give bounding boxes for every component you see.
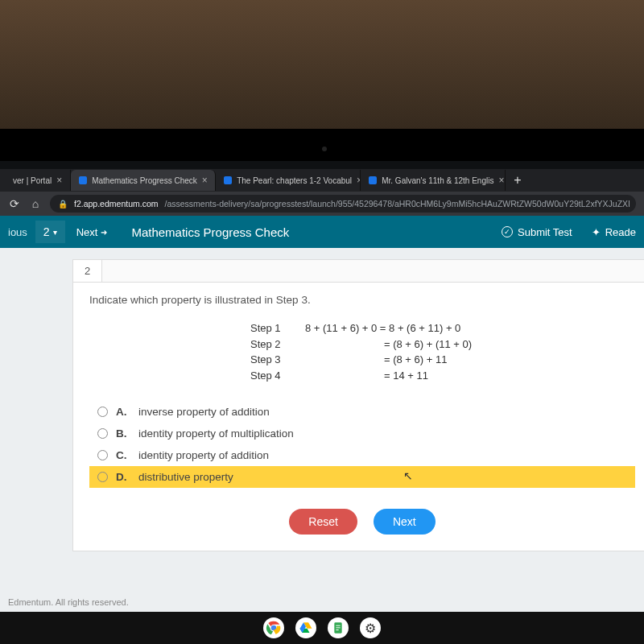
close-icon[interactable]: × — [498, 175, 504, 186]
steps-block: Step 1 8 + (11 + 6) + 0 = 8 + (6 + 11) +… — [250, 320, 474, 383]
tab-label: ver | Portal — [13, 176, 52, 185]
choice-b[interactable]: B. identity property of multiplication — [89, 423, 635, 444]
reader-label: Reade — [605, 226, 636, 238]
tab-label: Mr. Galvan's 11th & 12th Englis — [382, 176, 493, 185]
radio-icon[interactable] — [97, 472, 108, 482]
laptop-screen: ver | Portal × Mathematics Progress Chec… — [0, 129, 644, 644]
copyright-footer: Edmentum. All rights reserved. — [8, 597, 129, 607]
choice-letter: A. — [116, 406, 130, 418]
question-prompt: Indicate which property is illustrated i… — [89, 294, 635, 306]
step-row: Step 2 = (8 + 6) + (11 + 0) — [250, 336, 474, 353]
submit-label: Submit Test — [518, 226, 572, 238]
tab-strip: ver | Portal × Mathematics Progress Chec… — [0, 169, 644, 192]
question-card: 2 Indicate which property is illustrated… — [72, 259, 644, 551]
page-title: Mathematics Progress Check — [118, 225, 302, 239]
drive-app-icon[interactable] — [295, 617, 316, 638]
next-button[interactable]: Next ➜ — [65, 226, 119, 238]
step-expression: 8 + (11 + 6) + 0 = 8 + (6 + 11) + 0 — [305, 320, 474, 336]
tab-label: Mathematics Progress Check — [92, 176, 197, 185]
choice-text: distributive property — [138, 471, 233, 483]
reload-icon[interactable]: ⟳ — [8, 197, 21, 210]
step-label: Step 2 — [250, 336, 291, 353]
home-icon[interactable]: ⌂ — [29, 197, 42, 210]
tab-pearl[interactable]: The Pearl: chapters 1-2 Vocabul × — [216, 170, 361, 191]
step-label: Step 3 — [250, 352, 291, 368]
radio-icon[interactable] — [97, 428, 108, 439]
favicon-icon — [369, 176, 377, 184]
favicon-icon — [79, 176, 87, 184]
tab-galvan[interactable]: Mr. Galvan's 11th & 12th Englis × — [361, 170, 506, 191]
choice-d[interactable]: D. distributive property ↖ — [89, 466, 635, 488]
url-path: /assessments-delivery/sa/progresstest/la… — [164, 199, 630, 208]
question-selector[interactable]: 2 ▾ — [35, 221, 65, 243]
next-label: Next — [76, 226, 98, 238]
arrow-right-icon: ➜ — [101, 228, 107, 237]
tab-math-progress[interactable]: Mathematics Progress Check × — [71, 170, 216, 191]
check-icon: ✓ — [502, 226, 513, 237]
submit-test-button[interactable]: ✓ Submit Test — [490, 226, 584, 238]
svg-rect-2 — [336, 625, 340, 626]
step-label: Step 4 — [250, 368, 291, 384]
question-tab[interactable]: 2 — [72, 259, 102, 282]
desk-surface — [0, 0, 644, 129]
svg-rect-4 — [336, 630, 338, 630]
step-row: Step 3 = (8 + 6) + 11 — [250, 352, 474, 368]
tab-portal[interactable]: ver | Portal × — [5, 170, 71, 191]
choice-text: identity property of addition — [138, 449, 269, 461]
next-question-button[interactable]: Next — [374, 509, 436, 535]
choice-letter: B. — [116, 427, 130, 440]
favicon-icon — [224, 176, 232, 184]
choice-letter: C. — [116, 449, 130, 461]
bezel — [0, 137, 644, 161]
wand-icon: ✦ — [592, 226, 601, 238]
lock-icon: 🔒 — [58, 200, 68, 208]
docs-app-icon[interactable] — [328, 617, 349, 638]
question-number: 2 — [43, 225, 50, 238]
close-icon[interactable]: × — [56, 175, 62, 186]
previous-button[interactable]: ious — [0, 226, 35, 238]
tab-label: The Pearl: chapters 1-2 Vocabul — [237, 176, 352, 185]
new-tab-button[interactable]: + — [506, 173, 529, 188]
cursor-icon: ↖ — [403, 469, 413, 482]
chevron-down-icon: ▾ — [53, 228, 57, 237]
page-content: ious 2 ▾ Next ➜ Mathematics Progress Che… — [0, 216, 644, 612]
svg-rect-3 — [336, 627, 340, 628]
step-row: Step 4 = 14 + 11 — [250, 368, 474, 384]
step-expression: = (8 + 6) + (11 + 0) — [305, 336, 474, 353]
settings-app-icon[interactable]: ⚙ — [360, 617, 381, 638]
assessment-header: ious 2 ▾ Next ➜ Mathematics Progress Che… — [0, 216, 644, 248]
choice-a[interactable]: A. inverse property of addition — [89, 401, 635, 423]
choice-c[interactable]: C. identity property of addition — [89, 444, 635, 466]
reset-button[interactable]: Reset — [289, 509, 357, 535]
step-row: Step 1 8 + (11 + 6) + 0 = 8 + (6 + 11) +… — [250, 320, 474, 336]
chrome-app-icon[interactable] — [263, 617, 284, 638]
answer-choices: A. inverse property of addition B. ident… — [89, 401, 635, 488]
toolbar: ⟳ ⌂ 🔒 f2.app.edmentum.com /assessments-d… — [0, 192, 644, 216]
radio-icon[interactable] — [97, 407, 108, 417]
choice-text: inverse property of addition — [138, 406, 270, 418]
url-host: f2.app.edmentum.com — [74, 199, 158, 208]
radio-icon[interactable] — [97, 450, 108, 460]
step-label: Step 1 — [250, 320, 291, 336]
reader-tools-button[interactable]: ✦ Reade — [584, 226, 644, 238]
question-body: Indicate which property is illustrated i… — [73, 282, 644, 551]
step-expression: = 14 + 11 — [305, 368, 474, 384]
address-bar[interactable]: 🔒 f2.app.edmentum.com /assessments-deliv… — [50, 195, 636, 213]
choice-text: identity property of multiplication — [138, 427, 294, 440]
action-row: Reset Next — [89, 509, 635, 535]
chrome-shelf: ⚙ — [0, 612, 644, 644]
browser-window: ver | Portal × Mathematics Progress Chec… — [0, 169, 644, 612]
step-expression: = (8 + 6) + 11 — [305, 352, 474, 368]
choice-letter: D. — [116, 471, 130, 483]
close-icon[interactable]: × — [202, 175, 208, 186]
